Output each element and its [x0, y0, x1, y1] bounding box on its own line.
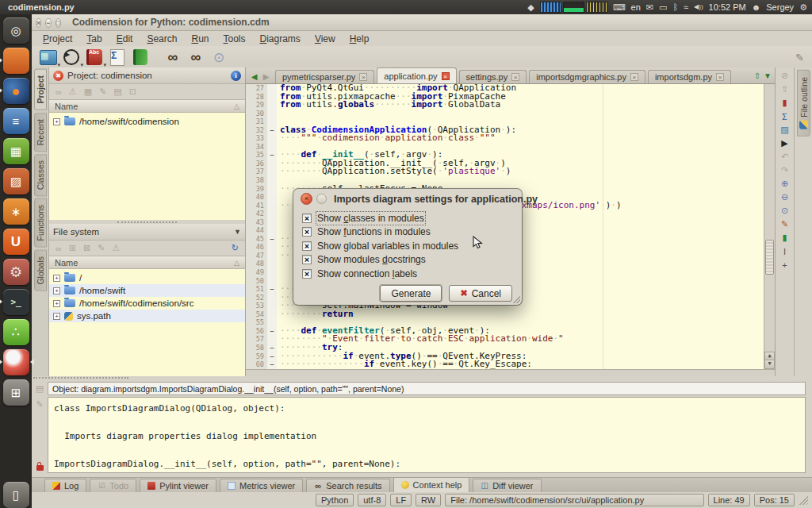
code-text[interactable] — [277, 210, 280, 218]
editor-tab-application-py[interactable]: application.py× — [377, 67, 456, 83]
fs-column-header[interactable]: Name △ — [49, 256, 245, 269]
files-launcher-icon[interactable] — [3, 48, 29, 74]
side-tab-classes[interactable]: Classes — [34, 154, 47, 196]
zoom-reset-icon[interactable]: ⊙ — [779, 205, 791, 217]
codimension-launcher-icon[interactable] — [3, 349, 29, 375]
bottom-tab-pylint-viewer[interactable]: Pylint viewer — [140, 479, 216, 492]
move-icon[interactable]: + — [779, 259, 791, 271]
run-file-icon[interactable]: ▶ — [779, 137, 791, 149]
libreoffice-writer-launcher-icon[interactable]: ≡ — [3, 108, 29, 134]
firefox-launcher-icon[interactable]: ● — [3, 78, 29, 104]
fold-marker[interactable]: − — [267, 352, 277, 361]
history-back-icon[interactable]: ◀ — [248, 70, 260, 83]
dialog-option-show-connection-labels[interactable]: ×Show connection labels — [302, 268, 513, 279]
unload-project-icon[interactable]: ✖ — [53, 71, 63, 81]
code-text[interactable]: ········QApplication.setStyle(·'plastiqu… — [277, 167, 511, 176]
doc-icon[interactable]: ▮ — [779, 232, 791, 244]
bluetooth-icon[interactable]: ᛒ — [672, 3, 678, 12]
bottom-tab-search-results[interactable]: ∞Search results — [306, 479, 389, 492]
fs-panel-header[interactable]: File system ▼ — [49, 224, 245, 241]
expander-icon[interactable]: + — [53, 275, 60, 282]
expander-icon[interactable]: + — [53, 287, 60, 294]
dead-code-icon[interactable]: ⊘ — [779, 70, 791, 82]
window-resize-grip[interactable] — [799, 495, 808, 505]
history-forward-icon[interactable]: ▶ — [260, 70, 272, 83]
project-column-header[interactable]: Name △ — [49, 99, 245, 113]
system-settings-launcher-icon[interactable]: ⚙ — [3, 259, 29, 285]
code-text[interactable]: ················if·event.key()·==·Qt.Key… — [277, 360, 532, 369]
project-docs-button[interactable] — [132, 48, 149, 66]
errors-icon[interactable]: ⚠ — [69, 87, 77, 97]
edit-icon[interactable]: ✎ — [36, 399, 43, 410]
fold-marker[interactable]: − — [267, 126, 277, 135]
code-text[interactable] — [277, 268, 280, 277]
panel-splitter[interactable] — [49, 220, 245, 224]
user-name[interactable]: Sergey — [766, 2, 794, 12]
tree-row[interactable]: +/home/swift/codimension/src — [49, 297, 245, 310]
dialog-option-show-modules-docstrings[interactable]: ×Show modules docstrings — [302, 255, 513, 265]
code-text[interactable]: ········return — [277, 310, 354, 319]
edit-icon[interactable]: ✎ — [99, 87, 106, 97]
edit-icon[interactable]: ✎ — [98, 243, 105, 253]
terminal-launcher-icon[interactable]: >_ — [3, 289, 29, 315]
remove-dir-icon[interactable]: ⊠ — [83, 243, 90, 253]
bottom-tab-context-help[interactable]: Context help — [393, 477, 470, 492]
tree-row[interactable]: +/home/swift/codimension — [49, 115, 245, 128]
package-icon[interactable]: ▦ — [84, 87, 92, 97]
checkbox-checked[interactable]: × — [302, 269, 312, 279]
checkbox-checked[interactable]: × — [302, 227, 312, 237]
cancel-button[interactable]: ✖ Cancel — [449, 285, 512, 302]
bottom-tab-diff-viewer[interactable]: ◫Diff viewer — [473, 479, 541, 492]
checkbox-checked[interactable]: × — [302, 214, 312, 223]
pymetrics-file-icon[interactable]: Σ — [779, 110, 791, 122]
imports-diagram-button[interactable]: ▦ — [40, 48, 57, 66]
bottom-tab-metrics-viewer[interactable]: Metrics viewer — [220, 479, 303, 492]
menu-tools[interactable]: Tools — [217, 33, 252, 45]
green-app-launcher-icon[interactable]: ∴ — [3, 319, 29, 345]
dialog-restore-icon[interactable] — [316, 194, 327, 204]
tree-row[interactable]: +/home/swift — [49, 284, 245, 297]
close-button[interactable]: × — [36, 18, 41, 28]
fold-marker[interactable]: − — [267, 285, 277, 294]
find-in-files-button[interactable]: ∞ — [187, 48, 205, 66]
fold-marker[interactable]: − — [267, 344, 277, 352]
run-project-button[interactable]: ▶ — [63, 48, 80, 66]
bottom-tab-log[interactable]: Log — [44, 479, 86, 492]
editor-tab-importsdgm-py[interactable]: importsdgm.py× — [648, 70, 731, 83]
annotate-icon[interactable]: ✎ — [779, 218, 791, 230]
volume-icon[interactable]: ◀)) — [694, 4, 703, 10]
side-tab-recent[interactable]: Recent — [34, 113, 47, 152]
menu-run[interactable]: Run — [185, 33, 215, 45]
toolbar-settings-icon[interactable]: ✎ — [795, 52, 804, 64]
bottom-tab-todo[interactable]: ☑Todo — [90, 479, 136, 492]
scrollbar-handle[interactable] — [765, 240, 774, 275]
window-titlebar[interactable]: ×−□ Codimension for Python: codimension.… — [32, 14, 812, 31]
side-tab-globals[interactable]: Globals — [34, 250, 47, 291]
copy-icon[interactable]: ▤ — [113, 87, 121, 97]
mail-icon[interactable]: ✉ — [646, 3, 653, 12]
close-tab-icon[interactable]: × — [511, 73, 519, 81]
tree-row[interactable]: +sys.path — [49, 310, 245, 322]
scroll-down-icon[interactable]: ▼ — [764, 360, 775, 369]
goto-line-button[interactable]: ⊙ — [210, 48, 228, 66]
software-center-launcher-icon[interactable]: ∗ — [3, 198, 29, 225]
close-tab-icon[interactable]: × — [442, 72, 450, 80]
code-text[interactable]: ····"""·codimension·application·class·""… — [277, 134, 496, 143]
editor-tab-settings-py[interactable]: settings.py× — [459, 70, 527, 83]
editor-tab-pymetricsparser-py[interactable]: pymetricsparser.py× — [275, 70, 374, 83]
clock[interactable]: 10:52 PM — [709, 2, 746, 12]
session-gear-icon[interactable]: ⚙ — [799, 3, 807, 12]
maximize-button[interactable]: □ — [56, 18, 61, 28]
code-text[interactable]: from·utils.globals·······import·GlobalDa… — [277, 101, 500, 110]
editor-tab-importsdgmgraphics-py[interactable]: importsdgmgraphics.py× — [529, 70, 645, 83]
code-text[interactable] — [277, 260, 280, 268]
expander-icon[interactable]: + — [53, 118, 60, 125]
expander-icon[interactable]: + — [53, 313, 60, 320]
dialog-option-show-classes-in-modules[interactable]: ×Show classes in modules — [302, 213, 513, 223]
rename-icon[interactable]: I — [779, 245, 791, 257]
find-icon[interactable]: ∞ — [56, 244, 62, 253]
errors-icon[interactable]: ⚠ — [113, 243, 121, 253]
pymetrics-button[interactable]: Σ — [109, 48, 126, 66]
minimize-button[interactable]: − — [45, 18, 51, 28]
imports-diagram-icon[interactable]: ▨ — [779, 124, 791, 136]
